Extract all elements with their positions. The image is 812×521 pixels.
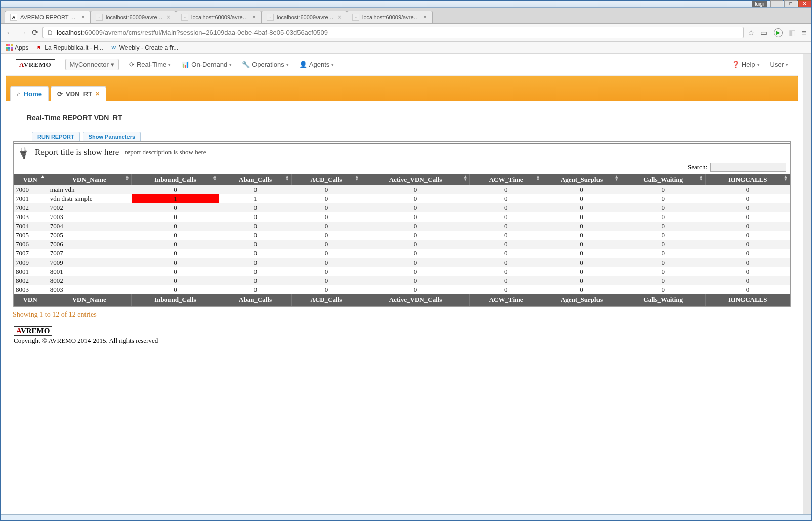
column-label: RINGCALLS [728, 176, 767, 183]
menu-agents[interactable]: 👤 Agents ▾ [299, 61, 334, 68]
table-row[interactable]: 7002700200000000 [14, 203, 790, 212]
browser-tab[interactable]: ▫localhost:60009/avremo/c× [90, 11, 176, 23]
column-label: Agent_Surplus [561, 176, 603, 183]
tab-close-icon[interactable]: × [167, 14, 170, 21]
apps-shortcut[interactable]: Apps [6, 44, 28, 51]
refresh-icon: ⟳ [129, 61, 135, 68]
table-row[interactable]: 7003700300000000 [14, 212, 790, 222]
cell-acd: 0 [291, 231, 361, 240]
browser-tab[interactable]: ▫localhost:60009/avremo/c× [176, 11, 262, 23]
window-close-button[interactable]: ✕ [798, 0, 811, 7]
cell-inb: 0 [132, 231, 219, 240]
column-footer: Calls_Waiting [621, 294, 705, 306]
table-row[interactable]: 8001800100000000 [14, 267, 790, 276]
browser-tab[interactable]: ▫localhost:60009/avremo/c× [261, 11, 347, 23]
search-input[interactable] [710, 163, 786, 172]
page-footer: AVREMO Copyright © AVREMO 2014-2015. All… [12, 323, 792, 348]
cell-name: 8001 [47, 267, 132, 276]
connector-dropdown[interactable]: MyConnector ▾ [65, 59, 119, 70]
cell-acw: 0 [470, 240, 542, 249]
back-button[interactable]: ← [6, 28, 14, 37]
column-footer: Active_VDN_Calls [361, 294, 470, 306]
menu-label: Agents [309, 61, 329, 68]
tab-vdn-rt[interactable]: ⟳ VDN_RT ✕ [51, 86, 106, 101]
cell-vdn: 8003 [14, 285, 47, 294]
browser-toolbar: ← → ⟳ 🗋 localhost:60009/avremo/cms/restf… [1, 24, 811, 42]
column-header[interactable]: Agent_Surplus▲▼ [542, 174, 621, 185]
menu-user[interactable]: User ▾ [770, 61, 788, 68]
page-insecure-icon: 🗋 [47, 29, 54, 36]
cell-acd: 0 [291, 222, 361, 231]
tab-title: localhost:60009/avremo/c [191, 14, 249, 20]
bookmark-repubblica[interactable]: R La Repubblica.it - H... [35, 44, 103, 51]
sort-icon: ▲▼ [213, 175, 217, 181]
cell-acd: 0 [291, 258, 361, 267]
column-header[interactable]: Aban_Calls▲▼ [219, 174, 291, 185]
column-header[interactable]: Inbound_Calls▲▼ [132, 174, 219, 185]
column-header[interactable]: VDN▲ [14, 174, 47, 185]
cell-surp: 0 [542, 240, 621, 249]
menu-realtime[interactable]: ⟳ Real-Time ▾ [129, 61, 171, 68]
cell-wait: 0 [621, 222, 705, 231]
reload-button[interactable]: ⟳ [32, 28, 38, 37]
cell-aban: 0 [219, 240, 291, 249]
table-row[interactable]: 7007700700000000 [14, 249, 790, 258]
url-path: :60009/avremo/cms/restful/Main?session=2… [82, 29, 328, 36]
cell-inb: 0 [132, 203, 219, 212]
table-row[interactable]: 7001vdn distr simple11000000 [14, 194, 790, 203]
cell-acw: 0 [470, 249, 542, 258]
column-footer: VDN_Name [47, 294, 132, 306]
brand-logo[interactable]: AVREMO [16, 59, 55, 70]
table-row[interactable]: 8002800200000000 [14, 276, 790, 285]
address-bar[interactable]: 🗋 localhost:60009/avremo/cms/restful/Mai… [42, 27, 744, 38]
forward-button[interactable]: → [19, 28, 27, 37]
cell-surp: 0 [542, 222, 621, 231]
cell-act: 0 [361, 185, 470, 194]
tab-close-icon[interactable]: × [423, 14, 427, 21]
column-header[interactable]: ACD_Calls▲▼ [291, 174, 361, 185]
os-taskbar-sliver [1, 514, 811, 520]
sort-icon: ▲▼ [125, 175, 129, 181]
cell-surp: 0 [542, 285, 621, 294]
table-row[interactable]: 7005700500000000 [14, 231, 790, 240]
column-header[interactable]: ACW_Time▲▼ [470, 174, 542, 185]
table-row[interactable]: 7000main vdn00000000 [14, 185, 790, 194]
cell-wait: 0 [621, 258, 705, 267]
table-row[interactable]: 7009700900000000 [14, 258, 790, 267]
browser-tab[interactable]: AAVREMO REPORT EXPLOR× [5, 11, 91, 23]
window-maximize-button[interactable]: □ [784, 0, 797, 7]
present-icon[interactable]: ▭ [760, 28, 767, 37]
extension-icon[interactable]: ◧ [789, 28, 796, 37]
cell-acw: 0 [470, 194, 542, 203]
browser-tab[interactable]: ▫localhost:60009/avremo/c× [347, 11, 433, 23]
cell-vdn: 7005 [14, 231, 47, 240]
tab-close-icon[interactable]: × [252, 14, 256, 21]
menu-operations[interactable]: 🔧 Operations ▾ [242, 61, 289, 68]
column-header[interactable]: Active_VDN_Calls▲▼ [361, 174, 470, 185]
bookmark-favicon-icon: R [35, 44, 42, 51]
run-report-button[interactable]: RUN REPORT [32, 132, 80, 141]
tab-home[interactable]: ⌂ Home [10, 86, 49, 101]
table-row[interactable]: 8003800300000000 [14, 285, 790, 294]
browser-menu-icon[interactable]: ≡ [802, 28, 806, 37]
tab-close-icon[interactable]: ✕ [95, 91, 100, 97]
report-description: report description is show here [125, 148, 206, 156]
menu-ondemand[interactable]: 📊 On-Demand ▾ [181, 61, 232, 68]
cell-name: 7006 [47, 240, 132, 249]
window-minimize-button[interactable]: — [770, 0, 783, 7]
column-header[interactable]: VDN_Name▲▼ [47, 174, 132, 185]
column-header[interactable]: Calls_Waiting▲▼ [621, 174, 705, 185]
bookmark-weebly[interactable]: W Weebly - Create a fr... [110, 44, 179, 51]
tab-close-icon[interactable]: × [338, 14, 341, 21]
table-row[interactable]: 7004700400000000 [14, 222, 790, 231]
tab-close-icon[interactable]: × [81, 14, 85, 21]
menu-help[interactable]: ❓ Help ▾ [732, 61, 760, 68]
cell-acw: 0 [470, 212, 542, 222]
bookmark-star-icon[interactable]: ☆ [748, 28, 754, 37]
cell-inb: 0 [132, 276, 219, 285]
cell-vdn: 7002 [14, 203, 47, 212]
show-parameters-button[interactable]: Show Parameters [83, 132, 141, 141]
column-header[interactable]: RINGCALLS▲▼ [705, 174, 790, 185]
extension-play-icon[interactable]: ▶ [774, 28, 783, 37]
table-row[interactable]: 7006700600000000 [14, 240, 790, 249]
